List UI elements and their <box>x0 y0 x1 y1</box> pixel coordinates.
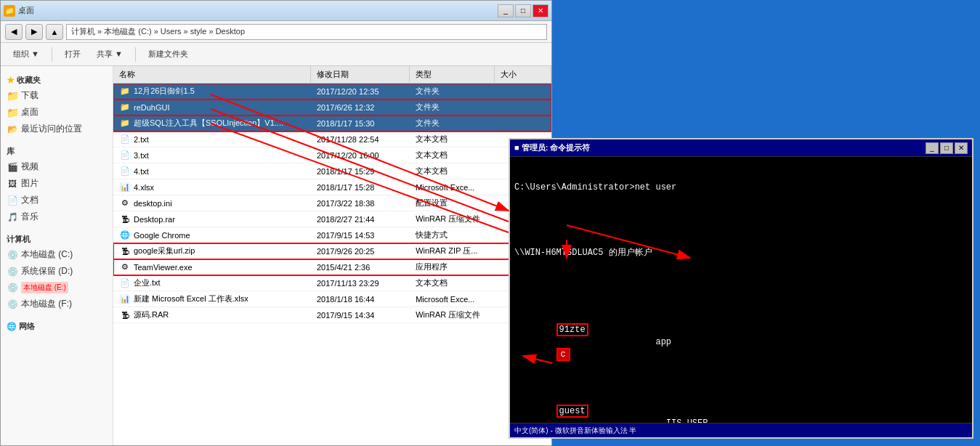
minimize-button[interactable]: _ <box>498 4 514 17</box>
share-button[interactable]: 共享 ▼ <box>90 46 129 62</box>
file-name-cell: 🌐 Google Chrome <box>113 228 311 243</box>
file-type-icon: 📄 <box>119 277 131 289</box>
cmd-close-button[interactable]: ✕ <box>955 142 968 154</box>
file-type-cell: 快捷方式 <box>410 228 495 242</box>
table-row[interactable]: 🗜 源码.RAR 2017/9/15 14:34 WinRAR 压缩文件 <box>113 307 551 323</box>
new-folder-button[interactable]: 新建文件夹 <box>142 46 195 62</box>
file-name-cell: 📄 4.txt <box>113 164 311 179</box>
sidebar-favorites: ★ 收藏夹 📁 下载 📁 桌面 📂 最近访问的位置 <box>1 72 113 137</box>
file-type-icon: 📁 <box>119 102 131 113</box>
drive-icon: 💿 <box>7 299 18 310</box>
col-date-header[interactable]: 修改日期 <box>311 66 410 83</box>
file-name: Google Chrome <box>134 231 190 240</box>
file-type-icon: 📄 <box>119 134 131 145</box>
sidebar-computer-label: 计算机 <box>1 231 113 246</box>
file-type-cell: 文件夹 <box>410 116 495 130</box>
file-name-cell: ⚙ desktop.ini <box>113 196 311 211</box>
file-name-cell: 🗜 google采集url.zip <box>113 244 311 259</box>
sidebar-item-video[interactable]: 🎬 视频 <box>1 158 113 175</box>
file-name: 12月26日御剑1.5 <box>134 86 195 97</box>
cmd-ime-status: 中文(简体) - 微软拼音新体验输入法 半 <box>514 426 636 436</box>
file-name: 新建 Microsoft Excel 工作表.xlsx <box>134 293 248 304</box>
table-row[interactable]: ⚙ desktop.ini 2017/3/22 18:38 配置设置 <box>113 195 551 211</box>
toolbar-separator-2 <box>135 47 136 62</box>
col-type-header[interactable]: 类型 <box>410 66 495 83</box>
pictures-icon: 🖼 <box>7 178 18 190</box>
toolbar-separator <box>52 47 52 62</box>
cmd-restore-button[interactable]: □ <box>940 142 953 154</box>
col-name-header[interactable]: 名称 <box>113 66 311 83</box>
file-type-icon: 🌐 <box>119 230 131 241</box>
file-name: google采集url.zip <box>134 246 195 256</box>
file-type-cell: 文本文档 <box>410 164 495 178</box>
explorer-toolbar: 组织 ▼ 打开 共享 ▼ 新建文件夹 <box>1 43 551 66</box>
table-row[interactable]: 🌐 Google Chrome 2017/9/15 14:53 快捷方式 <box>113 227 551 243</box>
file-type-icon: 📄 <box>119 150 131 161</box>
sidebar-item-d-drive[interactable]: 💿 系统保留 (D:) <box>1 263 113 280</box>
sidebar-item-documents[interactable]: 📄 文档 <box>1 192 113 208</box>
user-91zte: 91zte <box>556 323 588 336</box>
table-row[interactable]: 📊 新建 Microsoft Excel 工作表.xlsx 2018/1/18 … <box>113 291 551 307</box>
file-name-cell: 📁 超级SQL注入工具【SSQLInjection】V1.... <box>113 116 311 131</box>
cmd-line-5: 91zte app c <box>514 312 968 373</box>
file-name-cell: 📊 4.xlsx <box>113 180 311 195</box>
table-row[interactable]: 📁 reDuhGUI 2017/6/26 12:32 文件夹 <box>113 100 551 115</box>
file-type-icon: 🗜 <box>119 246 131 257</box>
file-date-cell: 2017/9/15 14:34 <box>311 309 410 321</box>
explorer-title-bar: 📁 桌面 _ □ ✕ <box>1 1 551 21</box>
table-row[interactable]: 🗜 Desktop.rar 2018/2/27 21:44 WinRAR 压缩文… <box>113 211 551 227</box>
file-size-cell <box>495 106 551 109</box>
file-name: Desktop.rar <box>134 215 175 224</box>
close-button[interactable]: ✕ <box>532 4 548 17</box>
sidebar-item-music[interactable]: 🎵 音乐 <box>1 208 113 225</box>
file-type-icon: 📄 <box>119 166 131 177</box>
table-row[interactable]: 📄 4.txt 2018/1/17 15:29 文本文档 <box>113 163 551 179</box>
file-type-cell: 文本文档 <box>410 148 495 162</box>
table-row[interactable]: 📁 12月26日御剑1.5 2017/12/20 12:35 文件夹 <box>113 84 551 100</box>
table-row[interactable]: ⚙ TeamViewer.exe 2015/4/21 2:36 应用程序 <box>113 259 551 275</box>
explorer-window: 📁 桌面 _ □ ✕ ◀ ▶ ▲ 计算机 » 本地磁盘 (C:) » Users… <box>0 0 552 446</box>
table-row[interactable]: 📄 2.txt 2017/11/28 22:54 文本文档 <box>113 131 551 147</box>
file-type-icon: ⚙ <box>119 261 131 273</box>
folder-icon: 📁 <box>7 90 18 102</box>
file-type-cell: WinRAR ZIP 压... <box>410 244 495 258</box>
sidebar-item-recent[interactable]: 📂 最近访问的位置 <box>1 121 113 137</box>
open-button[interactable]: 打开 <box>58 46 87 62</box>
drive-icon: 💿 <box>7 282 18 293</box>
forward-button[interactable]: ▶ <box>25 24 43 40</box>
cmd-minimize-button[interactable]: _ <box>926 142 939 154</box>
col-size-header[interactable]: 大小 <box>495 66 551 83</box>
sidebar-item-c-drive[interactable]: 💿 本地磁盘 (C:) <box>1 246 113 263</box>
file-date-cell: 2017/6/26 12:32 <box>311 102 410 113</box>
address-bar: ◀ ▶ ▲ 计算机 » 本地磁盘 (C:) » Users » style » … <box>1 21 551 43</box>
cmd-line-3: \\WIN-H6MTSDLUAC5 的用户帐户 <box>514 247 968 259</box>
sidebar-item-f-drive[interactable]: 💿 本地磁盘 (F:) <box>1 296 113 312</box>
table-row[interactable]: 📄 3.txt 2017/12/20 16:00 文本文档 <box>113 147 551 163</box>
table-row[interactable]: 📊 4.xlsx 2018/1/17 15:28 Microsoft Exce.… <box>113 179 551 195</box>
sidebar-item-download[interactable]: 📁 下载 <box>1 87 113 104</box>
up-button[interactable]: ▲ <box>46 24 63 40</box>
sidebar-item-desktop[interactable]: 📁 桌面 <box>1 104 113 121</box>
maximize-button[interactable]: □ <box>515 4 531 17</box>
file-type-cell: 应用程序 <box>410 260 495 274</box>
sidebar-item-e-drive[interactable]: 💿 本地磁盘 (E:) <box>1 280 113 296</box>
file-type-cell: 文件夹 <box>410 84 495 98</box>
file-type-cell: WinRAR 压缩文件 <box>410 212 495 226</box>
cmd-title-bar: ■ 管理员: 命令提示符 _ □ ✕ <box>510 139 972 157</box>
explorer-title: 桌面 <box>18 5 495 16</box>
table-row[interactable]: 📁 超级SQL注入工具【SSQLInjection】V1.... 2018/1/… <box>113 115 551 131</box>
file-name: desktop.ini <box>134 199 172 208</box>
table-row[interactable]: 📄 企业.txt 2017/11/13 23:29 文本文档 <box>113 275 551 291</box>
file-name-cell: 📄 3.txt <box>113 148 311 163</box>
table-row[interactable]: 🗜 google采集url.zip 2017/9/26 20:25 WinRAR… <box>113 243 551 259</box>
file-date-cell: 2017/12/20 16:00 <box>311 150 410 161</box>
organize-button[interactable]: 组织 ▼ <box>7 46 46 62</box>
back-button[interactable]: ◀ <box>5 24 23 40</box>
address-path[interactable]: 计算机 » 本地磁盘 (C:) » Users » style » Deskto… <box>66 24 547 40</box>
file-name-cell: 📄 企业.txt <box>113 276 311 291</box>
drive-icon: 💿 <box>7 249 18 261</box>
drive-icon: 💿 <box>7 266 18 277</box>
sidebar-item-pictures[interactable]: 🖼 图片 <box>1 175 113 192</box>
file-name-cell: 🗜 Desktop.rar <box>113 212 311 227</box>
recent-icon: 📂 <box>7 123 18 135</box>
